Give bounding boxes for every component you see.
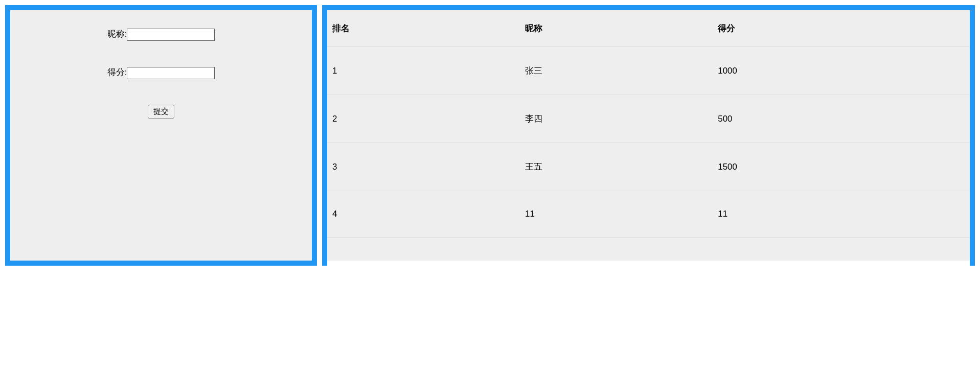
cell-nickname: 张三 (520, 47, 713, 95)
header-nickname: 昵称 (520, 10, 713, 47)
cell-score: 1000 (713, 47, 970, 95)
cell-nickname: 李四 (520, 95, 713, 143)
table-row: 2 李四 500 (327, 95, 970, 143)
overflow-row: 5 111 11111 (327, 261, 970, 266)
ranking-table: 排名 昵称 得分 1 张三 1000 2 李四 500 3 王五 (327, 10, 970, 238)
table-row: 1 张三 1000 (327, 47, 970, 95)
table-header-row: 排名 昵称 得分 (327, 10, 970, 47)
cell-nickname: 王五 (520, 143, 713, 191)
cell-nickname: 11 (520, 191, 713, 238)
table-row: 4 11 11 (327, 191, 970, 238)
score-label: 得分: (107, 67, 127, 77)
form-panel: 昵称: 得分: 提交 (5, 5, 317, 266)
table-row: 3 王五 1500 (327, 143, 970, 191)
submit-button[interactable]: 提交 (148, 105, 174, 119)
header-rank: 排名 (327, 10, 520, 47)
nickname-row: 昵称: (10, 28, 312, 41)
cell-score: 500 (713, 95, 970, 143)
cell-rank: 2 (327, 95, 520, 143)
nickname-label: 昵称: (107, 29, 127, 39)
cell-score: 11 (713, 191, 970, 238)
score-input[interactable] (127, 67, 215, 79)
table-panel: 排名 昵称 得分 1 张三 1000 2 李四 500 3 王五 (322, 5, 975, 266)
nickname-input[interactable] (127, 29, 215, 41)
cell-rank: 3 (327, 143, 520, 191)
header-score: 得分 (713, 10, 970, 47)
cell-rank: 4 (327, 191, 520, 238)
cell-score: 1500 (713, 143, 970, 191)
cell-rank: 1 (327, 47, 520, 95)
score-row: 得分: (10, 66, 312, 79)
